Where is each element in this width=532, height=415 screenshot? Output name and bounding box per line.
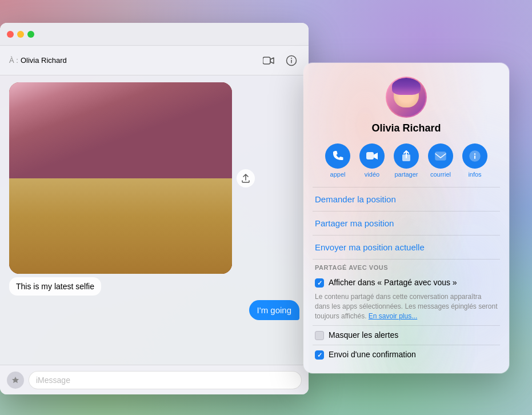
message-input-field[interactable]: iMessage	[29, 371, 302, 389]
recipient-name: Olivia Richard	[21, 56, 67, 65]
input-placeholder: iMessage	[36, 376, 70, 385]
outgoing-message: I'm going	[249, 300, 299, 320]
video-icon	[359, 143, 385, 169]
message-area: This is my latest selfie I'm going	[0, 75, 309, 365]
svg-rect-0	[263, 57, 270, 64]
photo-message-wrapper	[9, 82, 232, 274]
checkbox-envoi-label: Envoi d'une confirmation	[329, 350, 416, 359]
avatar-ring	[386, 77, 427, 118]
appel-label: appel	[330, 171, 346, 178]
svg-rect-4	[366, 152, 374, 159]
checkbox-masquer-row: Masquer les alertes	[303, 326, 509, 345]
outgoing-bubble: I'm going	[249, 300, 299, 320]
svg-point-3	[291, 58, 292, 59]
action-partager[interactable]: partager	[394, 143, 419, 178]
photo-message: This is my latest selfie	[9, 82, 232, 296]
contact-name: Olivia Richard	[371, 122, 441, 134]
action-courriel[interactable]: courriel	[428, 143, 453, 178]
checkbox-masquer[interactable]	[315, 331, 324, 340]
recipient-label: À :	[9, 56, 18, 65]
video-label: vidéo	[365, 171, 379, 178]
action-buttons: appel vidéo partager	[303, 143, 509, 187]
app-store-button[interactable]	[7, 372, 24, 389]
checkbox-afficher[interactable]	[315, 278, 324, 288]
learn-more-link[interactable]: En savoir plus...	[369, 312, 417, 320]
titlebar	[0, 23, 309, 46]
partage-section-header: PARTAGÉ AVEC VOUS	[303, 260, 509, 273]
maximize-button[interactable]	[27, 31, 34, 38]
info-circle-icon	[462, 143, 487, 169]
avatar-section: Olivia Richard	[303, 77, 509, 143]
share-icon	[394, 143, 419, 169]
infos-label: infos	[468, 171, 481, 178]
svg-point-8	[474, 153, 475, 154]
action-appel[interactable]: appel	[325, 143, 350, 178]
svg-rect-2	[291, 59, 292, 63]
traffic-lights	[7, 31, 34, 38]
header-actions	[261, 53, 299, 69]
action-infos[interactable]: infos	[462, 143, 487, 178]
minimize-button[interactable]	[17, 31, 24, 38]
checkbox-afficher-label: Afficher dans « Partagé avec vous »	[329, 278, 457, 287]
demander-position-item[interactable]: Demander la position	[303, 187, 509, 211]
checkbox-envoi-row: Envoi d'une confirmation	[303, 345, 509, 364]
phone-icon	[325, 143, 350, 169]
checkbox-masquer-label: Masquer les alertes	[329, 330, 398, 340]
header-bar: À : Olivia Richard	[0, 46, 309, 75]
checkbox-envoi[interactable]	[315, 350, 324, 360]
input-bar: iMessage	[0, 365, 309, 394]
partager-position-item[interactable]: Partager ma position	[303, 212, 509, 235]
contact-popover: Olivia Richard appel vidéo	[303, 63, 509, 373]
photo-caption: This is my latest selfie	[9, 277, 101, 296]
svg-rect-6	[435, 152, 446, 160]
info-button[interactable]	[283, 53, 299, 69]
photo-image	[9, 82, 232, 274]
close-button[interactable]	[7, 31, 14, 38]
photo-bubble	[9, 82, 232, 274]
envoyer-position-item[interactable]: Envoyer ma position actuelle	[303, 236, 509, 259]
partage-description: Le contenu partagé dans cette conversati…	[303, 292, 509, 325]
popover-content: Olivia Richard appel vidéo	[303, 77, 509, 364]
share-photo-button[interactable]	[237, 169, 255, 187]
courriel-label: courriel	[430, 171, 451, 178]
messages-window: À : Olivia Richard	[0, 23, 309, 394]
action-video[interactable]: vidéo	[359, 143, 385, 178]
partager-label: partager	[395, 171, 418, 178]
svg-rect-9	[474, 155, 475, 159]
mail-icon	[428, 143, 453, 169]
checkbox-afficher-row: Afficher dans « Partagé avec vous »	[303, 273, 509, 292]
avatar	[387, 78, 426, 117]
video-call-button[interactable]	[261, 53, 277, 69]
